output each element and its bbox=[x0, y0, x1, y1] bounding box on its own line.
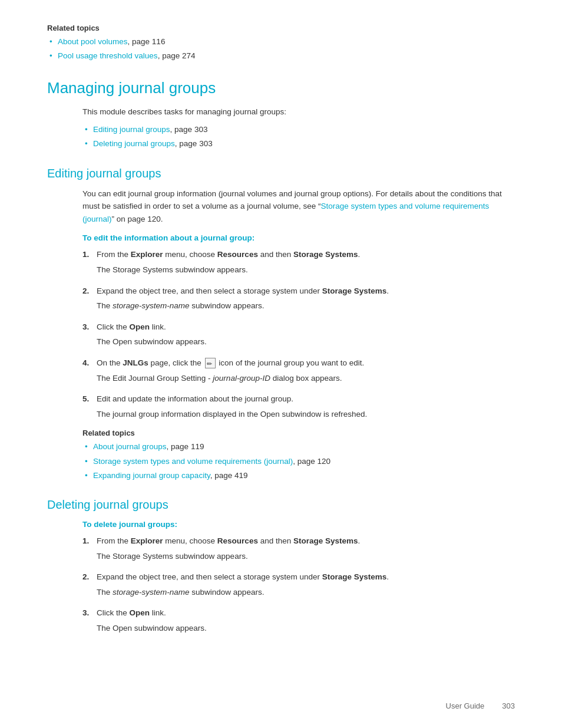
deleting-procedure-label: To delete journal groups: bbox=[82, 520, 515, 529]
list-item: Deleting journal groups, page 303 bbox=[82, 138, 515, 150]
edit-icon bbox=[205, 358, 216, 368]
pool-usage-link[interactable]: Pool usage threshold values bbox=[58, 51, 158, 60]
editing-related-list: About journal groups, page 119 Storage s… bbox=[82, 441, 515, 482]
link-suffix: , page 303 bbox=[175, 139, 213, 148]
about-journal-groups-link[interactable]: About journal groups bbox=[93, 442, 167, 451]
list-item: Expanding journal group capacity, page 4… bbox=[82, 470, 515, 482]
editing-procedure-label: To edit the information about a journal … bbox=[82, 233, 515, 242]
editing-related-label: Related topics bbox=[82, 429, 515, 437]
link-suffix: , page 274 bbox=[158, 51, 196, 60]
page-footer: User Guide 303 bbox=[446, 701, 515, 710]
deleting-link[interactable]: Deleting journal groups bbox=[93, 139, 175, 148]
top-related-list: About pool volumes, page 116 Pool usage … bbox=[47, 36, 515, 62]
step-3: 3. Click the Open link. The Open subwind… bbox=[47, 321, 515, 348]
editing-link[interactable]: Editing journal groups bbox=[93, 125, 170, 134]
link-suffix: , page 120 bbox=[293, 457, 330, 466]
managing-links-list: Editing journal groups, page 303 Deletin… bbox=[47, 124, 515, 150]
list-item: Pool usage threshold values, page 274 bbox=[47, 50, 515, 62]
step-4: 4. On the JNLGs page, click the icon of … bbox=[47, 357, 515, 384]
footer-page-number: 303 bbox=[502, 701, 515, 710]
editing-related-section: Related topics About journal groups, pag… bbox=[47, 429, 515, 482]
step-5: 5. Edit and update the information about… bbox=[47, 393, 515, 420]
editing-steps: 1. From the Explorer menu, choose Resour… bbox=[47, 248, 515, 420]
list-item: Editing journal groups, page 303 bbox=[82, 124, 515, 136]
link-suffix: , page 116 bbox=[128, 37, 166, 46]
deleting-section-title: Deleting journal groups bbox=[47, 498, 515, 512]
managing-intro: This module describes tasks for managing… bbox=[47, 106, 515, 118]
link-suffix: , page 119 bbox=[167, 442, 204, 451]
step-2: 2. Expand the object tree, and then sele… bbox=[47, 285, 515, 312]
step-2: 2. Expand the object tree, and then sele… bbox=[47, 571, 515, 598]
list-item: Storage system types and volume requirem… bbox=[82, 456, 515, 467]
step-3: 3. Click the Open link. The Open subwind… bbox=[47, 607, 515, 634]
editing-body: You can edit journal group information (… bbox=[47, 187, 515, 226]
editing-section: Editing journal groups You can edit jour… bbox=[47, 167, 515, 482]
link-suffix: , page 303 bbox=[170, 125, 208, 134]
related-topics-label: Related topics bbox=[47, 24, 515, 32]
editing-section-title: Editing journal groups bbox=[47, 167, 515, 180]
deleting-section: Deleting journal groups To delete journa… bbox=[47, 498, 515, 635]
list-item: About pool volumes, page 116 bbox=[47, 36, 515, 48]
storage-types-link[interactable]: Storage system types and volume requirem… bbox=[93, 457, 293, 466]
deleting-steps: 1. From the Explorer menu, choose Resour… bbox=[47, 535, 515, 635]
expanding-capacity-link[interactable]: Expanding journal group capacity bbox=[93, 471, 210, 480]
step-1: 1. From the Explorer menu, choose Resour… bbox=[47, 248, 515, 276]
footer-guide-label: User Guide bbox=[446, 701, 485, 710]
managing-section: Managing journal groups This module desc… bbox=[47, 79, 515, 150]
managing-section-title: Managing journal groups bbox=[47, 79, 515, 97]
top-related-section: Related topics About pool volumes, page … bbox=[47, 24, 515, 62]
about-pool-volumes-link[interactable]: About pool volumes bbox=[58, 37, 128, 46]
step-1: 1. From the Explorer menu, choose Resour… bbox=[47, 535, 515, 562]
link-suffix: , page 419 bbox=[210, 471, 248, 480]
list-item: About journal groups, page 119 bbox=[82, 441, 515, 453]
